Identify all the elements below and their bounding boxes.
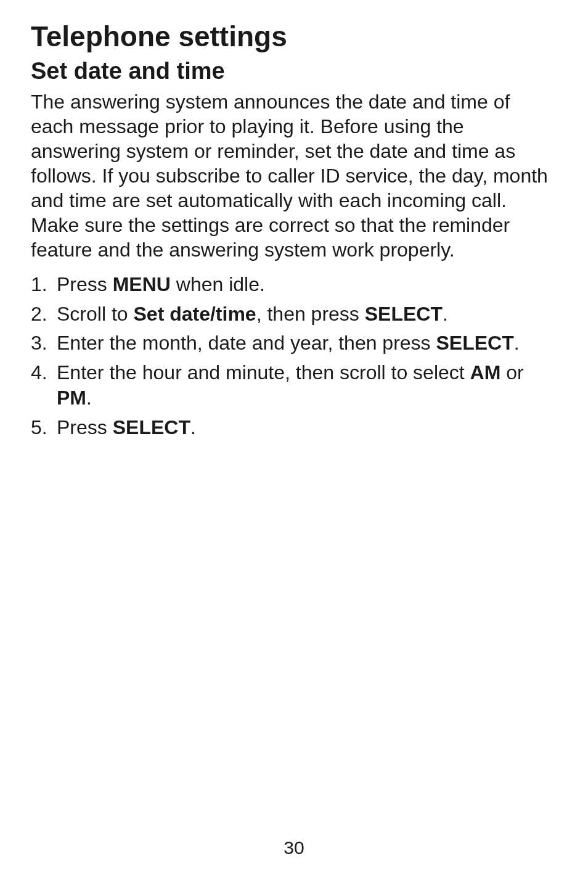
step-3: Enter the month, date and year, then pre… (31, 331, 557, 356)
step-bold: SELECT (436, 332, 514, 354)
step-bold: AM (470, 361, 501, 384)
page-number: 30 (0, 837, 588, 858)
step-text: . (190, 416, 196, 438)
step-text: Press (57, 416, 113, 438)
section-title: Set date and time (31, 58, 557, 84)
step-text: Scroll to (57, 303, 133, 325)
step-bold: MENU (113, 273, 171, 295)
step-bold: SELECT (365, 303, 443, 325)
step-text: or (500, 361, 523, 384)
step-text: Enter the hour and minute, then scroll t… (57, 361, 470, 384)
step-4: Enter the hour and minute, then scroll t… (31, 360, 557, 411)
step-text: Enter the month, date and year, then pre… (57, 332, 436, 354)
step-text: Press (57, 273, 113, 295)
step-bold: Set date/time (133, 303, 256, 325)
step-text: . (514, 332, 520, 354)
steps-list: Press MENU when idle. Scroll to Set date… (31, 272, 557, 441)
step-5: Press SELECT. (31, 415, 557, 441)
step-1: Press MENU when idle. (31, 272, 557, 298)
intro-paragraph: The answering system announces the date … (31, 89, 557, 262)
step-2: Scroll to Set date/time, then press SELE… (31, 302, 557, 327)
page-title: Telephone settings (31, 20, 557, 53)
step-text: . (443, 303, 448, 325)
step-text: . (86, 387, 92, 409)
step-text: , then press (256, 303, 365, 325)
step-bold: PM (57, 387, 86, 409)
step-text: when idle. (171, 273, 265, 295)
step-bold: SELECT (113, 416, 190, 438)
